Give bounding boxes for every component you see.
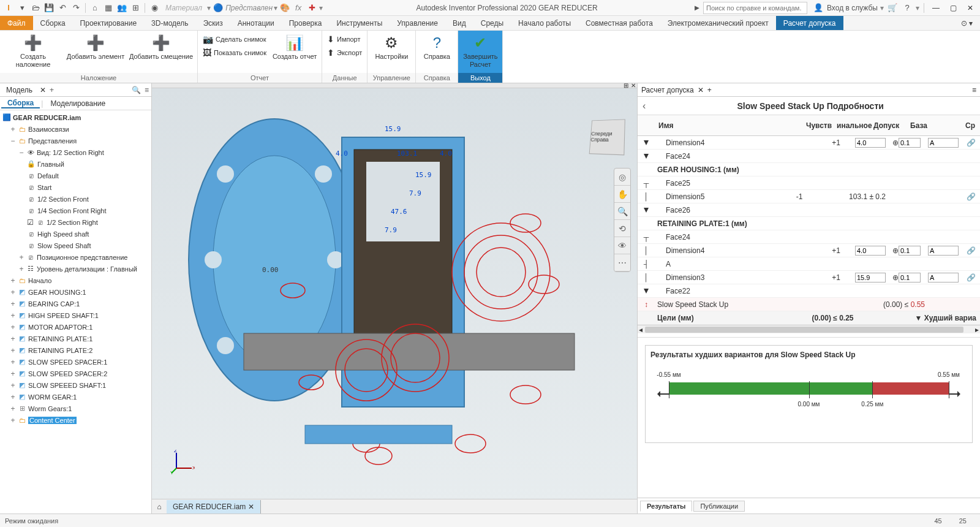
tol-row[interactable]: ┬Face25 xyxy=(638,176,980,190)
nominal-input[interactable] xyxy=(855,246,886,256)
import-button[interactable]: ⬇Импорт xyxy=(325,33,364,45)
tab-inspect[interactable]: Проверка xyxy=(282,16,330,30)
doc-tab-close-icon[interactable]: ✕ xyxy=(248,502,254,511)
tab-env[interactable]: Среды xyxy=(473,16,511,30)
tree-relationships[interactable]: +🗀Взаимосвязи xyxy=(0,123,151,135)
nav-wheel-icon[interactable]: ◎ xyxy=(614,169,630,186)
tol-row-stackup[interactable]: ↕ Slow Speed Stack Up (0.00) ≤ 0.55 xyxy=(638,298,980,311)
tol-row[interactable]: Face26 xyxy=(638,203,980,217)
tab-emech[interactable]: Электромеханический проект xyxy=(660,16,776,30)
tree-v3[interactable]: ⎚Start xyxy=(0,181,151,193)
tol-row[interactable]: │ Dimension3 +1 ⊕ 🔗 xyxy=(638,271,980,284)
palette-icon[interactable]: 🎨 xyxy=(279,2,291,14)
tab-sketch[interactable]: Эскиз xyxy=(196,16,230,30)
col-nom[interactable]: инальное xyxy=(833,121,870,130)
nominal-input[interactable] xyxy=(855,273,886,282)
tree-p6[interactable]: +◩RETAINING PLATE:2 xyxy=(0,344,151,356)
tree-v1[interactable]: 🔒Главный xyxy=(0,158,151,170)
col-name[interactable]: Имя xyxy=(655,121,802,130)
tree-p5[interactable]: +◩RETAINING PLATE:1 xyxy=(0,333,151,344)
tab-results[interactable]: Результаты xyxy=(640,501,692,512)
appearance-icon[interactable]: ◉ xyxy=(148,2,160,14)
nav-zoom-icon[interactable]: 🔍 xyxy=(614,203,630,220)
settings-button[interactable]: ⚙Настройки xyxy=(370,33,413,62)
app-icon[interactable]: I xyxy=(2,2,15,14)
split-icon[interactable]: ⊞ xyxy=(129,2,141,14)
link-icon[interactable]: 🔗 xyxy=(962,246,980,255)
nominal-input[interactable] xyxy=(855,138,886,148)
tab-annotate[interactable]: Аннотации xyxy=(230,16,282,30)
tree-v8[interactable]: ⎚Slow Speed Shaft xyxy=(0,240,151,251)
tol-input[interactable] xyxy=(899,273,921,282)
tree-lod[interactable]: +☷Уровень детализации : Главный xyxy=(0,263,151,275)
appearance-dropdown[interactable]: Представлен xyxy=(225,4,273,12)
tree-p3[interactable]: +◩HIGH SPEED SHAFT:1 xyxy=(0,309,151,321)
tab-tolerance[interactable]: Расчет допуска xyxy=(776,16,843,30)
tol-input[interactable] xyxy=(899,246,921,256)
help-button[interactable]: ?Справка xyxy=(418,33,455,62)
tol-row[interactable]: Face24 xyxy=(638,150,980,163)
tol-input[interactable] xyxy=(899,138,921,148)
nav-look-icon[interactable]: 👁 xyxy=(614,237,630,254)
link-icon[interactable]: 🔗 xyxy=(962,273,980,282)
create-report-button[interactable]: 📊Создать отчет xyxy=(270,33,319,62)
add-offset-button[interactable]: ➕Добавить смещение xyxy=(127,33,195,62)
tab-3dmodel[interactable]: 3D-модель xyxy=(144,16,196,30)
tol-row-group[interactable]: RETAINING PLATE:1 (мм) xyxy=(638,217,980,230)
home-icon[interactable]: ⌂ xyxy=(89,2,101,14)
tol-row[interactable]: ┤A xyxy=(638,257,980,271)
layers-icon[interactable]: ▦ xyxy=(102,2,115,14)
team-icon[interactable]: 👥 xyxy=(116,2,128,14)
browser-tab-model[interactable]: Модель xyxy=(2,86,36,94)
export-button[interactable]: ⬆Экспорт xyxy=(325,47,364,59)
browser-tab-close[interactable]: ✕ xyxy=(40,86,46,94)
create-overlay-button[interactable]: ➕Создать наложение xyxy=(2,33,64,70)
tree-p11[interactable]: +⊞Worm Gears:1 xyxy=(0,403,151,414)
subtab-modeling[interactable]: Моделирование xyxy=(44,99,111,108)
tree-p9[interactable]: +◩SLOW SPEEED SHAFT:1 xyxy=(0,379,151,391)
tab-options[interactable]: ⊙ ▾ xyxy=(954,16,980,30)
tree-origin[interactable]: +🗀Начало xyxy=(0,275,151,286)
tree-v2[interactable]: ⎚Default xyxy=(0,170,151,181)
add-element-button[interactable]: ➕Добавить элемент xyxy=(65,33,126,62)
tol-row[interactable]: Dimension4 +1 ⊕ 🔗 xyxy=(638,136,980,150)
show-snapshot-button[interactable]: 🖼Показать снимок xyxy=(200,47,269,59)
3d-canvas[interactable]: 15.9 4.0 103.1 4.0 15.9 7.9 47.6 7.9 0.0… xyxy=(152,88,637,499)
login-link[interactable]: Вход в службы xyxy=(827,4,878,12)
redo-icon[interactable]: ↷ xyxy=(70,2,82,14)
tree-p10[interactable]: +◩WORM GEAR:1 xyxy=(0,391,151,403)
link-icon[interactable]: 🔗 xyxy=(962,138,980,147)
user-icon[interactable]: 👤 xyxy=(812,2,824,14)
tree-root[interactable]: 🟦GEAR REDUCER.iam xyxy=(0,112,151,123)
tol-row-goals[interactable]: Цели (мм) (0.00) ≤ 0.25 ▼ Худший вариа xyxy=(638,311,980,325)
menu-icon[interactable]: ≡ xyxy=(145,86,149,94)
rpanel-tab-add[interactable]: + xyxy=(707,86,712,94)
tol-row[interactable]: │ Dimension5 -1 103.1 ± 0.2 🔗 xyxy=(638,190,980,203)
rpanel-menu-icon[interactable]: ≡ xyxy=(972,86,976,94)
doc-home-icon[interactable]: ⌂ xyxy=(152,502,167,511)
horizontal-scrollbar[interactable]: ◂ ▸ xyxy=(638,325,980,333)
tol-row[interactable]: ┬Face24 xyxy=(638,230,980,244)
finish-button[interactable]: ✔Завершить Расчет xyxy=(461,33,500,70)
tree-representations[interactable]: −🗀Представления xyxy=(0,135,151,146)
col-base[interactable]: База xyxy=(907,121,943,130)
link-icon[interactable]: 🔗 xyxy=(962,192,980,201)
search-icon[interactable]: 🔍 xyxy=(132,86,141,94)
subtab-assembly[interactable]: Сборка xyxy=(1,99,40,108)
tree-view[interactable]: −👁Вид: 1/2 Section Right xyxy=(0,146,151,158)
tab-design[interactable]: Проектирование xyxy=(73,16,145,30)
tab-view[interactable]: Вид xyxy=(445,16,473,30)
tol-row-group[interactable]: GEAR HOUSING:1 (мм) xyxy=(638,163,980,176)
browser-tab-add[interactable]: + xyxy=(50,86,54,94)
tab-manage[interactable]: Управление xyxy=(390,16,445,30)
tree-v6[interactable]: ☑⎚1/2 Section Right xyxy=(0,216,151,228)
tab-publications[interactable]: Публикации xyxy=(693,501,745,512)
rpanel-tab-label[interactable]: Расчет допуска xyxy=(641,86,694,94)
nav-pan-icon[interactable]: ✋ xyxy=(614,186,630,203)
cart-icon[interactable]: 🛒 xyxy=(886,2,899,14)
doc-tab[interactable]: GEAR REDUCER.iam ✕ xyxy=(167,500,261,514)
snapshot-button[interactable]: 📷Сделать снимок xyxy=(200,33,269,45)
help-icon[interactable]: ? xyxy=(901,2,913,14)
search-icon[interactable]: ► xyxy=(691,2,703,14)
nav-more-icon[interactable]: ⋯ xyxy=(614,254,630,271)
